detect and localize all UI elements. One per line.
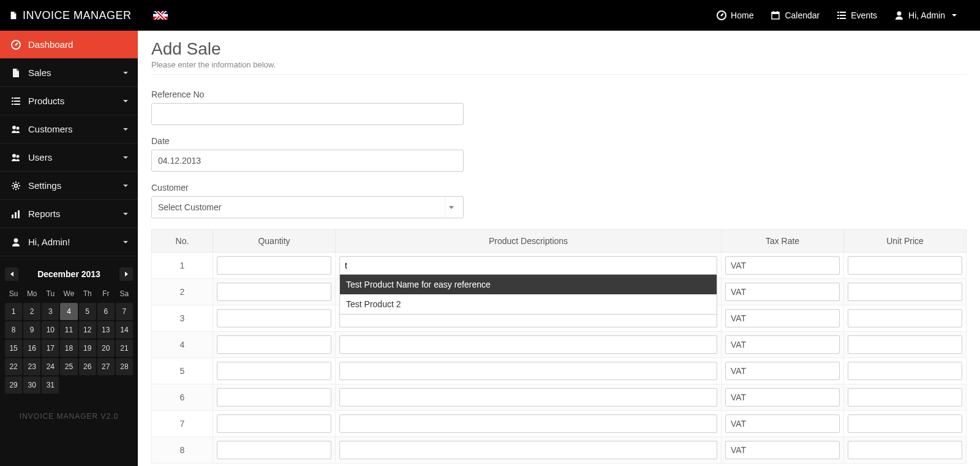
chevron-down-icon: [123, 185, 128, 187]
quantity-input[interactable]: [217, 362, 331, 380]
language-flag-icon[interactable]: [153, 11, 168, 20]
tax-rate-select[interactable]: VAT: [725, 256, 840, 275]
brand[interactable]: INVOICE MANAGER: [0, 9, 141, 22]
unit-price-input[interactable]: [848, 362, 962, 380]
mini-calendar: December 2013 SuMoTuWeThFrSa123456789101…: [0, 256, 138, 430]
table-row: 8VAT: [152, 437, 967, 464]
quantity-input[interactable]: [217, 414, 331, 433]
autocomplete-dropdown: Test Product Name for easy referenceTest…: [339, 275, 717, 315]
calendar-day[interactable]: 28: [116, 358, 133, 375]
nav-calendar[interactable]: Calendar: [762, 0, 828, 31]
autocomplete-item[interactable]: Test Product 2: [340, 294, 717, 314]
unit-price-input[interactable]: [848, 335, 962, 354]
col-header-no: No.: [152, 230, 213, 253]
sidebar-item-users[interactable]: Users: [0, 143, 138, 172]
calendar-day[interactable]: 25: [60, 358, 77, 375]
table-row: 4VAT: [152, 332, 967, 358]
sidebar-item-products[interactable]: Products: [0, 87, 138, 115]
tax-rate-select[interactable]: VAT: [725, 335, 840, 354]
reference-input[interactable]: [151, 103, 464, 125]
calendar-day[interactable]: 27: [97, 358, 115, 375]
users-icon: [11, 124, 21, 134]
calendar-day[interactable]: 5: [79, 303, 96, 320]
nav-user-menu[interactable]: Hi, Admin: [886, 0, 965, 31]
sidebar-footer: INVOICE MANAGER V2.0: [5, 412, 133, 421]
calendar-day[interactable]: 16: [23, 340, 40, 357]
calendar-day[interactable]: 17: [42, 340, 59, 357]
calendar-day[interactable]: 2: [23, 303, 40, 320]
calendar-day[interactable]: 15: [5, 340, 22, 357]
sidebar-item-customers[interactable]: Customers: [0, 115, 138, 143]
calendar-day[interactable]: 22: [5, 358, 22, 375]
calendar-day[interactable]: 4: [60, 303, 77, 320]
customer-select[interactable]: Select Customer: [151, 196, 464, 218]
description-input[interactable]: [339, 388, 717, 407]
chevron-down-icon: [123, 241, 128, 243]
page-title: Add Sale: [151, 39, 967, 59]
calendar-day[interactable]: 3: [42, 303, 59, 320]
calendar-day[interactable]: 11: [60, 321, 77, 338]
calendar-day[interactable]: 8: [5, 321, 22, 338]
nav-home[interactable]: Home: [708, 0, 762, 31]
calendar-day[interactable]: 9: [23, 321, 40, 338]
quantity-input[interactable]: [217, 309, 331, 327]
calendar-day[interactable]: 24: [42, 358, 59, 375]
sidebar-item-label: Hi, Admin!: [28, 237, 70, 247]
calendar-day[interactable]: 31: [42, 376, 59, 394]
row-number: 1: [152, 253, 213, 279]
quantity-input[interactable]: [217, 441, 331, 459]
tax-rate-select[interactable]: VAT: [725, 441, 840, 459]
unit-price-input[interactable]: [848, 256, 962, 275]
date-input[interactable]: [151, 150, 464, 172]
quantity-input[interactable]: [217, 256, 331, 275]
tax-rate-select[interactable]: VAT: [725, 388, 840, 407]
quantity-input[interactable]: [217, 388, 331, 407]
sidebar-item-settings[interactable]: Settings: [0, 172, 138, 200]
calendar-day[interactable]: 7: [116, 303, 133, 320]
caret-down-icon: [952, 14, 957, 17]
calendar-day[interactable]: 1: [5, 303, 22, 320]
description-input[interactable]: [339, 414, 717, 433]
sidebar-item-user[interactable]: Hi, Admin!: [0, 228, 138, 256]
description-input[interactable]: [339, 256, 717, 275]
calendar-day[interactable]: 10: [42, 321, 59, 338]
autocomplete-item[interactable]: Test Product Name for easy reference: [340, 275, 717, 294]
tax-rate-select[interactable]: VAT: [725, 362, 840, 380]
unit-price-input[interactable]: [848, 414, 962, 433]
nav-events[interactable]: Events: [828, 0, 886, 31]
quantity-input[interactable]: [217, 335, 331, 354]
calendar-day[interactable]: 23: [23, 358, 40, 375]
row-number: 4: [152, 332, 213, 358]
calendar-day[interactable]: 19: [79, 340, 96, 357]
calendar-day[interactable]: 14: [116, 321, 133, 338]
unit-price-input[interactable]: [848, 388, 962, 407]
unit-price-input[interactable]: [848, 441, 962, 459]
sidebar-item-sales[interactable]: Sales: [0, 59, 138, 87]
calendar-day[interactable]: 6: [97, 303, 115, 320]
description-input[interactable]: [339, 335, 717, 354]
calendar-day[interactable]: 30: [23, 376, 40, 394]
calendar-day[interactable]: 12: [79, 321, 96, 338]
sidebar-item-dashboard[interactable]: Dashboard: [0, 31, 138, 59]
tax-rate-select[interactable]: VAT: [725, 283, 840, 301]
quantity-input[interactable]: [217, 283, 331, 301]
sidebar-item-reports[interactable]: Reports: [0, 200, 138, 228]
calendar-next-button[interactable]: [119, 267, 133, 281]
calendar-prev-button[interactable]: [5, 267, 18, 281]
description-input[interactable]: [339, 441, 717, 459]
tax-rate-select[interactable]: VAT: [725, 309, 840, 327]
unit-price-input[interactable]: [848, 309, 962, 327]
calendar-day[interactable]: 13: [97, 321, 115, 338]
unit-price-input[interactable]: [848, 283, 962, 301]
page-header: Add Sale Please enter the information be…: [151, 39, 967, 75]
description-input[interactable]: [339, 362, 717, 380]
calendar-day[interactable]: 29: [5, 376, 22, 394]
tax-rate-select[interactable]: VAT: [725, 414, 840, 433]
calendar-day[interactable]: 21: [116, 340, 133, 357]
calendar-day[interactable]: 18: [60, 340, 77, 357]
calendar-day[interactable]: 26: [79, 358, 96, 375]
navbar-right: Home Calendar Events Hi, Admin: [708, 0, 980, 31]
chevron-left-icon: [10, 272, 13, 277]
calendar-day[interactable]: 20: [97, 340, 115, 357]
reference-label: Reference No: [151, 90, 967, 99]
